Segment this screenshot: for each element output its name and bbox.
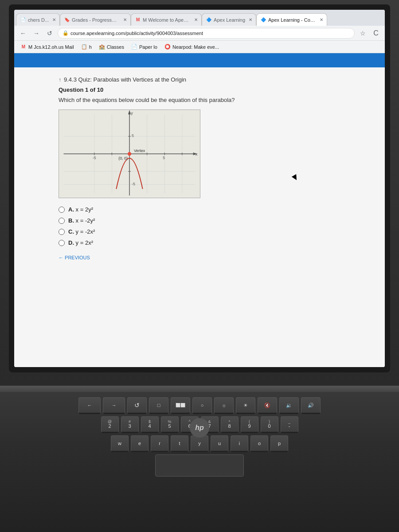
tab3-favicon: M (135, 17, 141, 23)
bookmark-nearpod[interactable]: ⭕ Nearpod: Make eve... (162, 43, 222, 51)
chrome-addressbar: ← → ↺ 🔒 course.apexlearning.com/public/a… (14, 26, 385, 41)
key-volume-down[interactable]: 🔉 (279, 397, 299, 414)
url-text: course.apexlearning.com/public/activity/… (70, 31, 203, 36)
key-volume-up[interactable]: 🔊 (301, 397, 321, 414)
key-forward[interactable]: → (103, 397, 125, 414)
bookmark-paperlo-label: Paper lo (139, 44, 157, 50)
key-rparen-0[interactable]: )0 (261, 416, 278, 433)
key-brightness-down[interactable]: ☼ (214, 397, 234, 414)
tab-progressbook[interactable]: 🔖 Grades - ProgressBook ✕ (60, 13, 131, 26)
parabola-graph: x y -5 5 (59, 110, 200, 198)
chrome-titlebar: 📄 chers D... ✕ 🔖 Grades - ProgressBook ✕… (14, 10, 385, 26)
tab-apex-courses[interactable]: 🔷 Apex Learning - Courses ✕ (256, 13, 327, 26)
tab4-label: Apex Learning (214, 17, 245, 23)
forward-button[interactable]: → (31, 28, 42, 39)
key-p[interactable]: p (270, 435, 288, 452)
previous-button[interactable]: ← PREVIOUS (59, 255, 367, 260)
laptop-hinge (0, 386, 399, 392)
quiz-icon: ↑ (59, 77, 61, 83)
option-b-label: B. x = -2y² (68, 217, 95, 224)
tab-apex-learning[interactable]: 🔷 Apex Learning ✕ (202, 13, 256, 26)
key-refresh[interactable]: ↺ (127, 397, 147, 414)
tab-apex-welcome[interactable]: M M Welcome to Apex Learning - a ✕ (131, 13, 202, 26)
key-w[interactable]: w (111, 435, 129, 452)
prev-label: ← PREVIOUS (59, 255, 90, 260)
question-text: Which of the equations below could be th… (59, 97, 307, 103)
tab3-label: M Welcome to Apex Learning - a (143, 17, 191, 23)
paperlo-favicon: 📄 (131, 44, 137, 50)
svg-text:5: 5 (163, 156, 165, 160)
screen-bezel: 📄 chers D... ✕ 🔖 Grades - ProgressBook ✕… (9, 4, 390, 372)
svg-text:y: y (131, 110, 133, 115)
h-favicon: 📋 (81, 44, 87, 50)
laptop-keyboard-section: hp ← → ↺ □ ⬜⬜ ○ ☼ ☀ 🔇 🔉 🔊 @2 #3 $4 %5 ^6… (0, 386, 399, 532)
tab2-close[interactable]: ✕ (123, 17, 127, 22)
key-brightness-up[interactable]: ☀ (236, 397, 255, 414)
tab-chers[interactable]: 📄 chers D... ✕ (16, 13, 60, 26)
key-hash-3[interactable]: #3 (121, 416, 139, 433)
svg-text:-5: -5 (132, 182, 135, 186)
option-d[interactable]: D. y = 2x² (59, 239, 367, 246)
bookmark-classes[interactable]: 🏫 Classes (96, 43, 127, 51)
key-u[interactable]: u (211, 435, 228, 452)
key-e[interactable]: e (131, 435, 149, 452)
key-t[interactable]: t (171, 435, 188, 452)
touchpad[interactable] (155, 454, 244, 477)
key-back[interactable]: ← (78, 397, 101, 414)
tab5-label: Apex Learning - Courses (268, 17, 316, 23)
question-number: Question 1 of 10 (59, 86, 367, 93)
tab3-close[interactable]: ✕ (194, 17, 198, 22)
bookmark-h-label: h (89, 44, 92, 50)
key-circle[interactable]: ○ (192, 397, 212, 414)
radio-d[interactable] (59, 240, 65, 246)
option-c-label: C. y = -2x² (68, 228, 95, 235)
key-at-2[interactable]: @2 (101, 416, 119, 433)
radio-b[interactable] (59, 218, 65, 224)
option-a[interactable]: A. x = 2y² (59, 206, 367, 213)
hp-logo-area: hp (188, 417, 211, 439)
tabs-area: 📄 chers D... ✕ 🔖 Grades - ProgressBook ✕… (14, 10, 385, 26)
apex-header-bar (14, 53, 385, 67)
main-content: ↑ 9.4.3 Quiz: Parabolas with Vertices at… (14, 67, 385, 367)
option-d-label: D. y = 2x² (68, 239, 93, 246)
bookmark-star-button[interactable]: ☆ (357, 28, 368, 39)
bookmarks-bar: M M Jcs.k12.oh.us Mail 📋 h 🏫 Classes 📄 P… (14, 41, 385, 53)
key-window[interactable]: □ (149, 397, 168, 414)
key-r[interactable]: r (151, 435, 168, 452)
tab4-close[interactable]: ✕ (249, 17, 252, 22)
chrome-menu-button[interactable]: C (371, 28, 381, 39)
key-percent-5[interactable]: %5 (161, 416, 179, 433)
key-o[interactable]: o (250, 435, 268, 452)
option-c[interactable]: C. y = -2x² (59, 228, 367, 235)
svg-text:-5: -5 (93, 156, 96, 160)
bookmark-mail[interactable]: M M Jcs.k12.oh.us Mail (18, 43, 77, 51)
address-bar[interactable]: 🔒 course.apexlearning.com/public/activit… (58, 28, 355, 39)
key-volume-mute[interactable]: 🔇 (258, 397, 277, 414)
svg-text:Vertex: Vertex (134, 149, 145, 153)
option-b[interactable]: B. x = -2y² (59, 217, 367, 224)
nearpod-favicon: ⭕ (164, 44, 171, 50)
graph-svg: x y -5 5 (59, 110, 200, 198)
svg-text:x: x (195, 152, 197, 156)
bookmark-nearpod-label: Nearpod: Make eve... (172, 44, 219, 50)
key-lparen-9[interactable]: (9 (241, 416, 258, 433)
keyboard-row-nav: ← → ↺ □ ⬜⬜ ○ ☼ ☀ 🔇 🔉 🔊 (13, 397, 386, 414)
tab1-close[interactable]: ✕ (52, 17, 56, 22)
bookmark-h[interactable]: 📋 h (78, 43, 94, 51)
key-star-8[interactable]: *8 (221, 416, 239, 433)
bookmark-paperlo[interactable]: 📄 Paper lo (129, 43, 160, 51)
key-fullscreen[interactable]: ⬜⬜ (171, 397, 190, 414)
tab5-close[interactable]: ✕ (320, 17, 323, 22)
radio-a[interactable] (59, 207, 65, 213)
key-dollar-4[interactable]: $4 (141, 416, 159, 433)
tab4-favicon: 🔷 (206, 17, 212, 23)
bookmark-classes-label: Classes (107, 44, 124, 50)
radio-c[interactable] (59, 229, 65, 235)
mail-favicon: M (20, 44, 27, 50)
key-underscore-dash[interactable]: _- (281, 416, 298, 433)
back-button[interactable]: ← (18, 28, 28, 39)
tab2-label: Grades - ProgressBook (72, 17, 120, 23)
refresh-button[interactable]: ↺ (44, 28, 55, 39)
key-i[interactable]: i (231, 435, 248, 452)
tab5-favicon: 🔷 (260, 17, 266, 23)
